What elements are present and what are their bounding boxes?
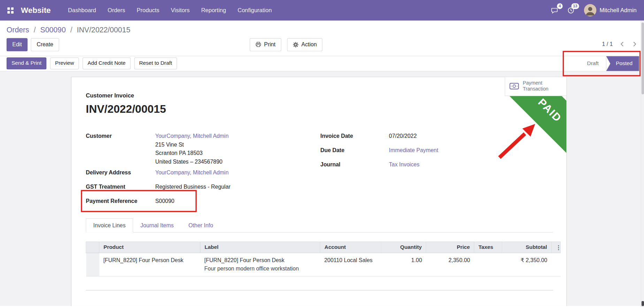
customer-address-line: Scranton PA 18503 bbox=[155, 149, 228, 157]
create-button[interactable]: Create bbox=[31, 38, 59, 51]
tab-invoice-lines[interactable]: Invoice Lines bbox=[86, 218, 133, 232]
user-menu[interactable]: Mitchell Admin bbox=[579, 0, 640, 21]
column-header-label: Label bbox=[200, 242, 320, 253]
tab-journal-items[interactable]: Journal Items bbox=[133, 218, 181, 232]
activities-badge: 13 bbox=[572, 3, 579, 9]
scrollbar-down-button[interactable] bbox=[642, 301, 644, 306]
document-type-label: Customer Invoice bbox=[86, 92, 553, 99]
apps-menu-button[interactable] bbox=[0, 0, 19, 21]
field-payment-reference: Payment Reference S00090 bbox=[86, 197, 320, 205]
field-value-customer: YourCompany, Mitchell Admin 215 Vine St … bbox=[155, 132, 228, 166]
nav-item-reporting[interactable]: Reporting bbox=[196, 0, 232, 21]
breadcrumb-separator: / bbox=[68, 26, 75, 34]
field-groups: Customer YourCompany, Mitchell Admin 215… bbox=[86, 132, 553, 205]
invoice-lines-table: Product Label Account Quantity Price Tax… bbox=[86, 242, 560, 276]
pager-next-button[interactable] bbox=[631, 40, 638, 48]
nav-item-configuration[interactable]: Configuration bbox=[232, 0, 277, 21]
form-view-area: Payment Transaction PAID Customer Invoic… bbox=[0, 71, 644, 306]
nav-item-visitors[interactable]: Visitors bbox=[165, 0, 196, 21]
breadcrumb-link-orders[interactable]: Orders bbox=[7, 26, 29, 34]
navbar-systray: 4 13 Mitchell Admin bbox=[546, 0, 644, 21]
column-header-options: ⋮ bbox=[551, 242, 560, 253]
field-invoice-date: Invoice Date 07/20/2022 bbox=[320, 132, 553, 140]
invoice-number-title: INV/2022/00015 bbox=[86, 103, 553, 116]
print-button[interactable]: Print bbox=[250, 38, 281, 51]
cell-price: 2,350.00 bbox=[426, 253, 474, 276]
preview-button[interactable]: Preview bbox=[50, 57, 79, 69]
apps-grid-icon bbox=[7, 7, 14, 14]
field-label-delivery-address: Delivery Address bbox=[86, 168, 155, 177]
field-delivery-address: Delivery Address YourCompany, Mitchell A… bbox=[86, 168, 320, 177]
column-options-toggle-icon[interactable]: ⋮ bbox=[556, 244, 556, 251]
nav-item-products[interactable]: Products bbox=[131, 0, 165, 21]
pager-value: 1 / 1 bbox=[602, 41, 613, 47]
edit-button[interactable]: Edit bbox=[7, 38, 28, 51]
status-state-posted[interactable]: Posted bbox=[606, 56, 639, 71]
field-group-right: Invoice Date 07/20/2022 Due Date Immedia… bbox=[320, 132, 553, 205]
statusbar: Send & Print Preview Add Credit Note Res… bbox=[0, 56, 644, 71]
payment-reference-value: S00090 bbox=[155, 197, 174, 205]
column-header-handle bbox=[86, 242, 99, 253]
status-state-draft[interactable]: Draft bbox=[583, 56, 606, 71]
reset-to-draft-button[interactable]: Reset to Draft bbox=[134, 57, 177, 69]
field-group-left: Customer YourCompany, Mitchell Admin 215… bbox=[86, 132, 320, 205]
journal-link[interactable]: Tax Invoices bbox=[389, 160, 420, 169]
payment-transaction-stat-button[interactable]: Payment Transaction bbox=[505, 77, 566, 96]
page: Website Dashboard Orders Products Visito… bbox=[0, 0, 644, 307]
field-label-gst-treatment: GST Treatment bbox=[86, 183, 155, 191]
messages-button[interactable]: 4 bbox=[546, 0, 562, 21]
cell-quantity: 1.00 bbox=[381, 253, 426, 276]
tab-other-info[interactable]: Other Info bbox=[181, 218, 221, 232]
breadcrumb-current: INV/2022/00015 bbox=[77, 26, 130, 34]
action-button[interactable]: Action bbox=[287, 38, 323, 51]
column-header-account: Account bbox=[320, 242, 381, 253]
breadcrumb-separator: / bbox=[31, 26, 38, 34]
stat-button-label: Payment Transaction bbox=[523, 80, 548, 92]
chevron-right-icon bbox=[632, 41, 637, 47]
delivery-address-link[interactable]: YourCompany, Mitchell Admin bbox=[155, 168, 228, 177]
cell-label: [FURN_8220] Four Person Desk Four person… bbox=[200, 253, 320, 276]
pager-previous-button[interactable] bbox=[619, 40, 626, 48]
customer-address-line: 215 Vine St bbox=[155, 140, 228, 149]
column-header-price: Price bbox=[426, 242, 474, 253]
row-handle-cell bbox=[86, 253, 99, 276]
main-menu: Dashboard Orders Products Visitors Repor… bbox=[62, 0, 278, 21]
field-label-due-date: Due Date bbox=[320, 146, 389, 155]
cell-account: 200110 Local Sales bbox=[320, 253, 381, 276]
due-date-link[interactable]: Immediate Payment bbox=[389, 146, 438, 155]
customer-link[interactable]: YourCompany, Mitchell Admin bbox=[155, 133, 228, 139]
gear-icon bbox=[293, 42, 299, 47]
invoice-line-row[interactable]: [FURN_8220] Four Person Desk [FURN_8220]… bbox=[86, 253, 560, 276]
add-credit-note-button[interactable]: Add Credit Note bbox=[83, 57, 130, 69]
cell-taxes bbox=[474, 253, 502, 276]
column-header-taxes: Taxes bbox=[474, 242, 502, 253]
customer-address-line: United States – 234567890 bbox=[155, 157, 228, 166]
field-journal: Journal Tax Invoices bbox=[320, 160, 553, 169]
nav-item-dashboard[interactable]: Dashboard bbox=[62, 0, 102, 21]
status-widget: Draft Posted bbox=[583, 56, 639, 71]
gst-treatment-value: Registered Business - Regular bbox=[155, 183, 230, 191]
activities-button[interactable]: 13 bbox=[562, 0, 579, 21]
cell-product: [FURN_8220] Four Person Desk bbox=[99, 253, 200, 276]
app-name[interactable]: Website bbox=[19, 0, 62, 21]
breadcrumb-link-s00090[interactable]: S00090 bbox=[40, 26, 66, 34]
nav-item-orders[interactable]: Orders bbox=[102, 0, 131, 21]
invoice-date-value: 07/20/2022 bbox=[389, 132, 417, 140]
messages-badge: 4 bbox=[557, 3, 563, 9]
cell-label-description: Four person modern office workstation bbox=[204, 265, 316, 273]
chat-bubble-icon bbox=[551, 7, 558, 14]
banknote-icon bbox=[509, 82, 519, 90]
breadcrumb: Orders / S00090 / INV/2022/00015 bbox=[0, 21, 644, 35]
scrollbar-thumb[interactable] bbox=[642, 23, 644, 94]
avatar bbox=[584, 4, 596, 16]
vertical-scrollbar[interactable] bbox=[641, 21, 644, 307]
printer-icon bbox=[255, 41, 261, 48]
notebook-tabs: Invoice Lines Journal Items Other Info bbox=[86, 218, 553, 232]
send-print-button[interactable]: Send & Print bbox=[7, 57, 46, 69]
top-navbar: Website Dashboard Orders Products Visito… bbox=[0, 0, 644, 21]
totals-section-separator bbox=[86, 290, 553, 290]
invoice-sheet: Payment Transaction PAID Customer Invoic… bbox=[71, 77, 567, 306]
field-gst-treatment: GST Treatment Registered Business - Regu… bbox=[86, 183, 320, 191]
field-label-customer: Customer bbox=[86, 132, 155, 166]
chevron-left-icon bbox=[619, 41, 624, 47]
